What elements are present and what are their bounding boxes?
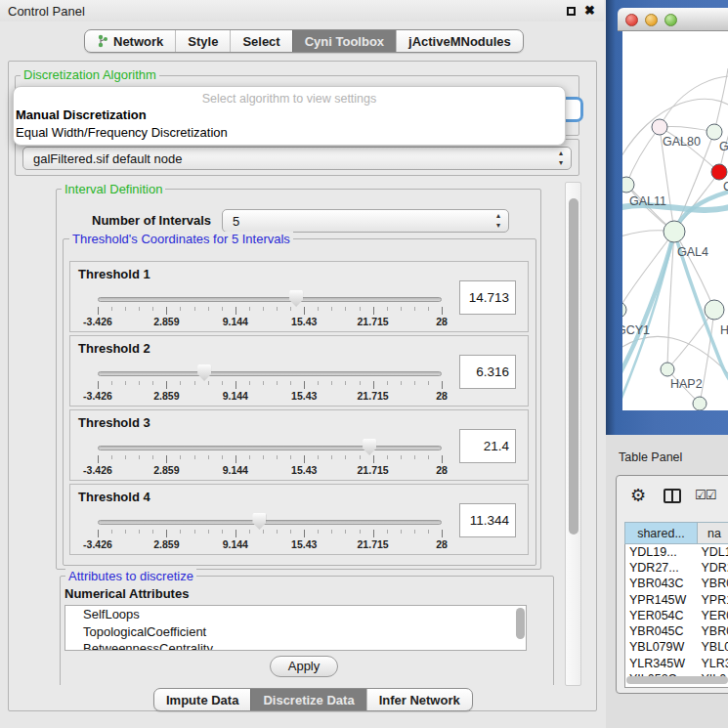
minor-tick	[222, 307, 223, 311]
threshold-value-field[interactable]: 6.316	[459, 355, 516, 389]
attribute-item[interactable]: BetweennessCentrality	[65, 640, 526, 651]
interval-definition-title: Interval Definition	[62, 182, 165, 196]
table-row[interactable]: YBR043CYBR0	[625, 576, 728, 591]
columns-icon[interactable]	[664, 489, 681, 503]
screen: Control Panel ✖ NetworkStyleSelectCyni T…	[0, 0, 728, 728]
edge-node[interactable]	[693, 397, 707, 410]
table-cell: YPR145W	[625, 591, 698, 607]
GAL80-node[interactable]	[652, 119, 667, 135]
tab-jactivemnodules[interactable]: jActiveMNodules	[396, 30, 523, 52]
slider-track[interactable]	[98, 371, 442, 376]
attribute-item[interactable]: SelfLoops	[65, 606, 526, 623]
network-canvas[interactable]: GAL80GACGAL11GAL4GCY1HHAP2	[622, 31, 728, 410]
table-row[interactable]: YDR27...YDR2	[625, 560, 728, 576]
table-row[interactable]: YBR045CYBR0	[625, 623, 728, 639]
major-tick	[304, 455, 305, 463]
threshold-value-field[interactable]: 14.713	[459, 280, 516, 315]
algorithm-dropdown-popup: Select algorithm to view settings Manual…	[13, 86, 566, 146]
table-row[interactable]: YBL079WYBL0	[625, 639, 728, 655]
major-tick	[98, 530, 99, 537]
red-node[interactable]	[711, 164, 727, 180]
minor-tick	[290, 381, 291, 385]
network-edge	[622, 232, 674, 310]
apply-button[interactable]: Apply	[270, 656, 338, 677]
table-data-combobox[interactable]: galFiltered.sif default node ▴▾	[22, 147, 572, 170]
number-of-intervals-combobox[interactable]: 5 ▴▾	[222, 209, 509, 233]
tab-cyni-toolbox[interactable]: Cyni Toolbox	[292, 30, 396, 52]
network-icon	[97, 34, 108, 48]
number-of-intervals-label: Number of Intervals	[92, 213, 211, 228]
minimize-traffic-light-icon[interactable]	[645, 14, 658, 26]
slider-thumb[interactable]	[363, 439, 376, 455]
network-edge	[626, 127, 660, 185]
tick-label: 2.859	[153, 464, 179, 476]
tick-label: 15.43	[291, 316, 317, 327]
slider-thumb[interactable]	[197, 364, 211, 381]
slider-thumb[interactable]	[252, 513, 266, 530]
numerical-attributes-list[interactable]: SelfLoopsTopologicalCoefficientBetweenne…	[64, 605, 527, 651]
minor-tick	[290, 307, 291, 311]
tab-discretize-data[interactable]: Discretize Data	[250, 689, 365, 710]
close-traffic-light-icon[interactable]	[625, 14, 638, 26]
close-icon[interactable]: ✖	[584, 3, 595, 18]
panel-scrollbar-track[interactable]	[565, 182, 581, 686]
minor-tick	[111, 381, 112, 385]
algorithm-option[interactable]: Manual Discretization	[16, 107, 147, 122]
node-label: GA	[719, 140, 728, 153]
threshold-value-field[interactable]: 21.4	[459, 429, 516, 463]
threshold-label: Threshold 2	[78, 341, 150, 356]
algorithm-option[interactable]: Equal Width/Frequency Discretization	[16, 125, 228, 140]
tab-label: jActiveMNodules	[408, 34, 511, 49]
panel-scrollbar-thumb[interactable]	[569, 198, 578, 535]
minor-tick	[152, 530, 153, 534]
number-of-intervals-value: 5	[233, 214, 239, 229]
tab-network[interactable]: Network	[85, 30, 175, 52]
slider-track[interactable]	[98, 520, 442, 525]
GAL11-node[interactable]	[622, 177, 634, 193]
table-cell: YER054C	[625, 608, 698, 623]
tick-label: 28	[436, 538, 448, 550]
major-tick	[166, 455, 167, 463]
stepper-icon: ▴▾	[496, 211, 500, 231]
tab-select[interactable]: Select	[230, 30, 291, 52]
network-window-titlebar[interactable]	[618, 8, 728, 31]
float-window-icon[interactable]	[567, 7, 576, 16]
minor-tick	[194, 455, 195, 459]
table-row[interactable]: YDL19...YDL1	[625, 544, 728, 560]
major-tick	[373, 530, 374, 537]
threshold-value-field[interactable]: 11.344	[459, 503, 516, 537]
checkbox-icons[interactable]: ☑☑	[695, 488, 715, 502]
H-node[interactable]	[705, 300, 724, 320]
tab-impute-data[interactable]: Impute Data	[154, 689, 250, 710]
tab-label: Style	[188, 34, 218, 49]
table-row[interactable]: YER054CYER0	[625, 608, 728, 623]
list-scrollbar[interactable]	[516, 608, 525, 639]
GCY1-node[interactable]	[622, 302, 626, 318]
HAP2-node[interactable]	[661, 363, 674, 376]
GAL4-node[interactable]	[664, 221, 685, 242]
tab-infer-network[interactable]: Infer Network	[366, 689, 472, 710]
column-header-name[interactable]: na	[698, 523, 728, 544]
attribute-item[interactable]: TopologicalCoefficient	[65, 623, 526, 641]
minor-tick	[277, 530, 278, 534]
zoom-traffic-light-icon[interactable]	[664, 14, 677, 26]
slider-thumb[interactable]	[289, 290, 303, 307]
slider-track[interactable]	[98, 297, 442, 302]
panel-title: Control Panel	[8, 4, 85, 19]
tick-label: 21.715	[358, 316, 389, 327]
minor-tick	[152, 381, 153, 385]
tab-style[interactable]: Style	[175, 30, 230, 52]
minor-tick	[111, 307, 112, 311]
table-header-row: shared... na	[625, 523, 728, 544]
tick-label: 2.859	[153, 316, 179, 327]
table-row[interactable]: YLR345WYLR3	[625, 656, 728, 671]
column-header-shared[interactable]: shared...	[625, 523, 698, 544]
table-row[interactable]: YPR145WYPR1	[625, 591, 728, 607]
gear-icon[interactable]: ⚙	[630, 485, 646, 506]
minor-tick	[180, 307, 181, 311]
threshold-row: Threshold 2-3.4262.8599.14415.4321.71528…	[69, 335, 529, 407]
table-hscrollbar[interactable]	[626, 676, 728, 684]
minor-tick	[414, 381, 415, 385]
slider-track[interactable]	[98, 446, 442, 450]
GA-node[interactable]	[707, 124, 722, 140]
